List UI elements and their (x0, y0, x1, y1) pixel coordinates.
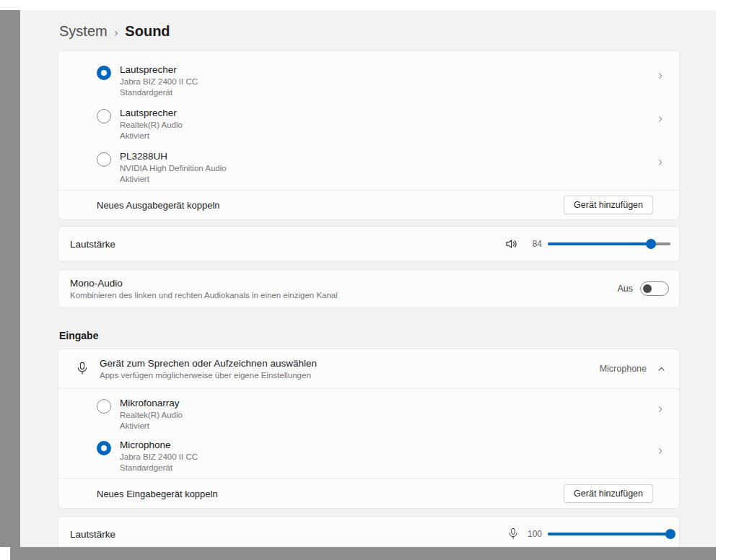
input-header-title: Gerät zum Sprechen oder Aufzeichnen ausw… (100, 358, 317, 369)
device-name: Lautsprecher (120, 64, 198, 76)
mono-audio-text: Mono-Audio Kombinieren des linken und re… (70, 278, 338, 299)
breadcrumb-system[interactable]: System (59, 23, 108, 40)
device-name: Microphone (120, 439, 198, 452)
microphone-icon[interactable] (507, 527, 519, 541)
input-section-heading: Eingabe (59, 330, 716, 343)
chevron-right-icon[interactable] (656, 447, 665, 455)
input-expander-header[interactable]: Gerät zum Sprechen oder Aufzeichnen ausw… (58, 349, 679, 388)
device-name: Mikrofonarray (120, 398, 183, 410)
radio-selected-icon[interactable] (97, 441, 111, 455)
output-device-row-realtek[interactable]: Lautsprecher Realtek(R) Audio Aktiviert (58, 103, 679, 146)
slider-fill (548, 242, 651, 245)
device-detail: Jabra BIZ 2400 II CC (120, 76, 198, 87)
pair-output-row: Neues Ausgabegerät koppeln Gerät hinzufü… (58, 191, 679, 219)
input-devices-card: Gerät zum Sprechen oder Aufzeichnen ausw… (58, 349, 680, 509)
breadcrumb: System › Sound (59, 23, 716, 43)
output-volume-slider[interactable] (548, 239, 670, 249)
toggle-knob (643, 284, 652, 293)
radio-selected-icon[interactable] (97, 66, 111, 80)
output-volume-card: Lautstärke 84 (58, 226, 680, 262)
radio-unselected-icon[interactable] (97, 399, 111, 414)
pair-input-label: Neues Eingabegerät koppeln (97, 489, 218, 499)
input-volume-card: Lautstärke 100 (58, 516, 680, 547)
selected-input-device: Microphone (600, 364, 647, 374)
input-device-row-realtek[interactable]: Mikrofonarray Realtek(R) Audio Aktiviert (58, 389, 679, 435)
device-text: Mikrofonarray Realtek(R) Audio Aktiviert (120, 398, 183, 432)
output-volume-value: 84 (525, 239, 542, 249)
chevron-right-icon[interactable] (656, 405, 665, 414)
breadcrumb-separator-icon: › (115, 27, 118, 38)
mono-audio-toggle[interactable] (640, 281, 669, 296)
input-volume-label: Lautstärke (70, 529, 115, 540)
device-text: Microphone Jabra BIZ 2400 II CC Standard… (120, 439, 198, 473)
output-device-row-nvidia[interactable]: PL3288UH NVIDIA High Definition Audio Ak… (58, 146, 679, 190)
add-input-device-button[interactable]: Gerät hinzufügen (564, 484, 653, 503)
input-volume-slider[interactable] (548, 529, 670, 539)
microphone-icon (74, 361, 90, 377)
mono-toggle-group: Aus (617, 281, 670, 296)
speaker-icon[interactable] (504, 237, 519, 251)
device-detail: Jabra BIZ 2400 II CC (120, 452, 198, 463)
mono-toggle-state-label: Aus (617, 284, 633, 294)
pair-input-row: Neues Eingabegerät koppeln Gerät hinzufü… (58, 479, 679, 508)
input-device-row-jabra[interactable]: Microphone Jabra BIZ 2400 II CC Standard… (58, 435, 679, 478)
mono-audio-card: Mono-Audio Kombinieren des linken und re… (58, 269, 680, 308)
mono-audio-subtitle: Kombinieren des linken und rechten Audio… (70, 291, 338, 299)
device-status: Aktiviert (120, 131, 183, 141)
slider-fill (548, 533, 670, 535)
device-text: PL3288UH NVIDIA High Definition Audio Ak… (120, 151, 227, 185)
window-frame-bottom (10, 546, 716, 560)
input-volume-value: 100 (525, 529, 542, 539)
output-device-row-jabra[interactable]: Lautsprecher Jabra BIZ 2400 II CC Standa… (58, 60, 679, 103)
slider-thumb[interactable] (646, 239, 656, 249)
radio-unselected-icon[interactable] (97, 109, 111, 123)
input-header-text: Gerät zum Sprechen oder Aufzeichnen ausw… (100, 358, 317, 380)
device-status: Standardgerät (120, 463, 198, 473)
chevron-right-icon[interactable] (656, 158, 665, 167)
volume-controls: 100 (507, 527, 670, 541)
output-volume-label: Lautstärke (70, 239, 115, 250)
input-header-subtitle: Apps verfügen möglicherweise über eigene… (100, 371, 317, 380)
device-status: Aktiviert (120, 174, 227, 185)
device-text: Lautsprecher Realtek(R) Audio Aktiviert (120, 108, 183, 141)
add-output-device-button[interactable]: Gerät hinzufügen (564, 196, 653, 214)
device-name: Lautsprecher (120, 108, 183, 120)
device-status: Standardgerät (120, 87, 198, 98)
radio-unselected-icon[interactable] (97, 152, 111, 167)
device-detail: Realtek(R) Audio (120, 410, 183, 421)
device-status: Aktiviert (120, 421, 183, 432)
output-devices-card: Lautsprecher Jabra BIZ 2400 II CC Standa… (58, 51, 680, 220)
device-name: PL3288UH (120, 151, 227, 163)
page-title: Sound (125, 23, 170, 40)
window-frame-left (0, 10, 20, 547)
device-detail: Realtek(R) Audio (120, 120, 183, 131)
slider-thumb[interactable] (665, 529, 675, 539)
settings-sound-page: System › Sound Lautsprecher Jabra BIZ 24… (20, 10, 716, 547)
volume-controls: 84 (504, 237, 670, 251)
chevron-up-icon[interactable] (657, 364, 666, 374)
device-detail: NVIDIA High Definition Audio (120, 163, 227, 174)
chevron-right-icon[interactable] (656, 115, 665, 123)
chevron-right-icon[interactable] (656, 71, 665, 80)
mono-audio-title: Mono-Audio (70, 278, 338, 289)
device-text: Lautsprecher Jabra BIZ 2400 II CC Standa… (120, 64, 198, 98)
pair-output-label: Neues Ausgabegerät koppeln (97, 200, 220, 211)
input-header-right: Microphone (600, 364, 666, 374)
